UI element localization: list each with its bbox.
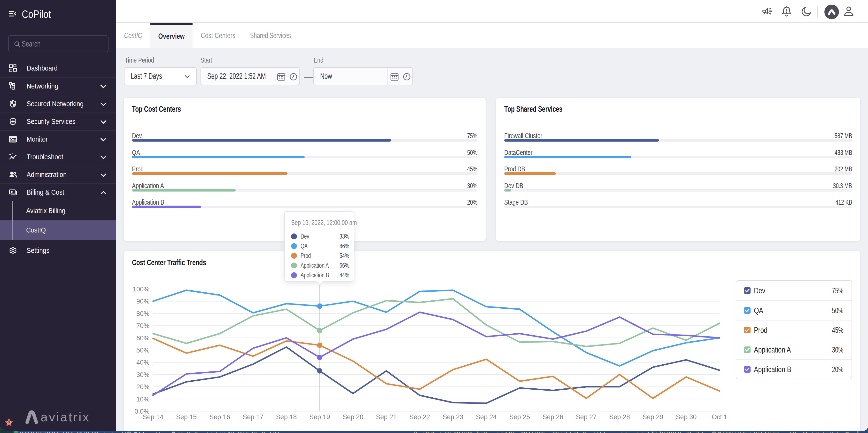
svg-text:Sep 17: Sep 17 bbox=[243, 413, 264, 421]
svg-text:10%: 10% bbox=[136, 396, 149, 403]
svg-text:Sep 14: Sep 14 bbox=[143, 413, 163, 421]
svg-text:Sep 28: Sep 28 bbox=[609, 413, 630, 421]
svg-text:Sep 30: Sep 30 bbox=[676, 413, 697, 421]
svg-text:Sep 20: Sep 20 bbox=[343, 413, 364, 421]
svg-text:50%: 50% bbox=[136, 347, 149, 354]
svg-text:Sep 15: Sep 15 bbox=[176, 413, 197, 421]
svg-text:Sep 16: Sep 16 bbox=[209, 413, 230, 421]
svg-text:80%: 80% bbox=[136, 310, 149, 317]
svg-text:Sep 21: Sep 21 bbox=[376, 413, 397, 421]
svg-text:90%: 90% bbox=[136, 298, 149, 305]
svg-text:40%: 40% bbox=[136, 359, 149, 366]
svg-text:aviatrix: aviatrix bbox=[41, 410, 90, 424]
svg-text:100%: 100% bbox=[133, 286, 149, 293]
svg-text:30%: 30% bbox=[136, 371, 149, 378]
svg-text:Sep 23: Sep 23 bbox=[443, 413, 464, 421]
svg-text:Sep 25: Sep 25 bbox=[509, 413, 530, 421]
svg-text:20%: 20% bbox=[136, 383, 149, 391]
svg-text:Sep 26: Sep 26 bbox=[542, 413, 563, 421]
svg-text:Sep 27: Sep 27 bbox=[576, 413, 597, 421]
svg-text:70%: 70% bbox=[136, 322, 149, 329]
svg-text:Sep 29: Sep 29 bbox=[643, 413, 663, 421]
svg-text:Oct 1: Oct 1 bbox=[712, 413, 727, 421]
svg-text:Sep 19: Sep 19 bbox=[309, 413, 330, 421]
svg-text:60%: 60% bbox=[136, 335, 149, 342]
svg-text:Sep 18: Sep 18 bbox=[276, 413, 297, 421]
svg-text:Sep 22: Sep 22 bbox=[409, 413, 430, 421]
svg-text:Sep 24: Sep 24 bbox=[476, 413, 497, 421]
